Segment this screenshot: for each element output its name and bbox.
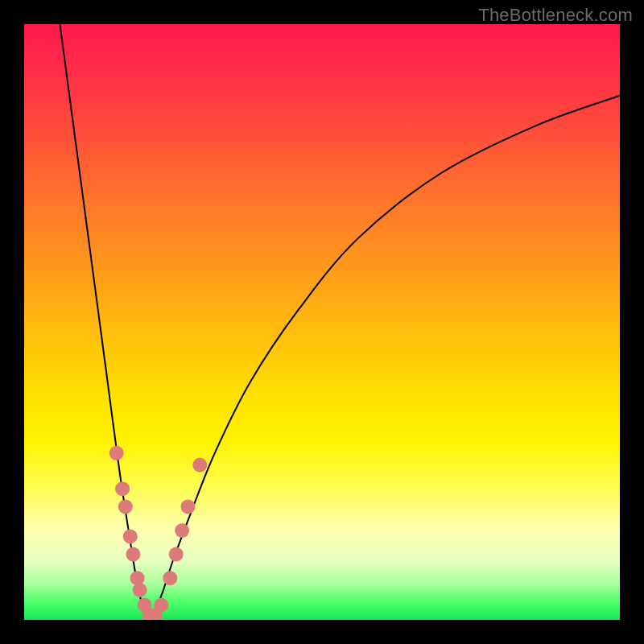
watermark-text: TheBottleneck.com <box>478 5 633 26</box>
scatter-dot <box>133 583 147 597</box>
scatter-dot <box>175 523 189 538</box>
scatter-dot <box>123 529 138 543</box>
scatter-group <box>109 446 208 620</box>
scatter-dot <box>118 499 133 514</box>
scatter-dot <box>115 481 130 496</box>
scatter-dot <box>154 598 168 613</box>
curve-group <box>60 24 620 620</box>
scatter-dot <box>192 458 207 473</box>
scatter-dot <box>181 499 196 514</box>
scatter-dot <box>169 547 184 562</box>
chart-frame: TheBottleneck.com <box>0 0 644 644</box>
scatter-dot <box>163 571 177 585</box>
chart-svg <box>24 24 620 620</box>
bottleneck-curve <box>60 24 620 620</box>
scatter-dot <box>130 571 145 585</box>
scatter-dot <box>126 547 140 562</box>
plot-area <box>24 24 620 620</box>
scatter-dot <box>109 446 124 460</box>
